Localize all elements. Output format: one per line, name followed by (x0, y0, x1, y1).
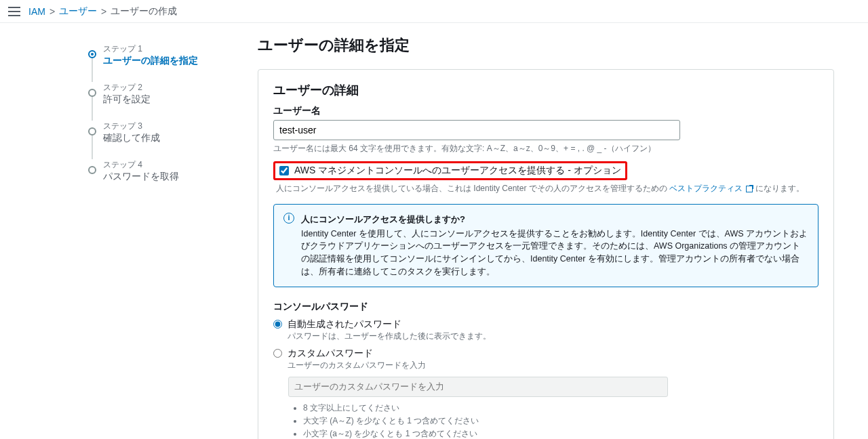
auto-password-radio[interactable] (273, 320, 282, 329)
password-rule: 8 文字以上にしてください (303, 402, 818, 414)
step-indicator-icon (88, 89, 96, 97)
username-help: ユーザー名には最大 64 文字を使用できます。有効な文字: A～Z、a～z、0～… (273, 143, 818, 154)
menu-icon[interactable] (8, 7, 20, 16)
step-4[interactable]: ステップ 4 パスワードを取得 (88, 159, 217, 183)
step-title: 確認して作成 (103, 132, 217, 144)
step-indicator-icon (88, 127, 96, 135)
chevron-right-icon: > (101, 6, 106, 17)
wizard-stepper: ステップ 1 ユーザーの詳細を指定 ステップ 2 許可を設定 ステップ 3 確認… (88, 35, 217, 439)
custom-password-option[interactable]: カスタムパスワード ユーザーのカスタムパスワードを入力 (273, 348, 818, 371)
step-2[interactable]: ステップ 2 許可を設定 (88, 82, 217, 106)
info-title: 人にコンソールアクセスを提供しますか? (301, 213, 808, 226)
breadcrumb: IAM > ユーザー > ユーザーの作成 (28, 5, 177, 18)
password-rule: 大文字 (A～Z) を少なくとも 1 つ含めてください (303, 415, 818, 427)
console-access-highlight: AWS マネジメントコンソールへのユーザーアクセスを提供する - オプション (273, 161, 627, 180)
console-password-title: コンソールパスワード (273, 301, 818, 313)
step-title: ユーザーの詳細を指定 (103, 55, 217, 67)
custom-password-input (288, 377, 668, 397)
breadcrumb-iam[interactable]: IAM (28, 6, 45, 17)
password-rules: 8 文字以上にしてください 大文字 (A～Z) を少なくとも 1 つ含めてくださ… (303, 402, 818, 440)
console-access-label: AWS マネジメントコンソールへのユーザーアクセスを提供する - オプション (294, 165, 621, 177)
console-access-help: 人にコンソールアクセスを提供している場合、これは Identity Center… (276, 183, 818, 194)
custom-password-label: カスタムパスワード (288, 348, 426, 360)
step-label: ステップ 1 (103, 43, 217, 55)
step-label: ステップ 4 (103, 159, 217, 171)
username-input[interactable] (273, 120, 680, 140)
step-1[interactable]: ステップ 1 ユーザーの詳細を指定 (88, 43, 217, 67)
step-indicator-icon (88, 50, 96, 58)
password-rule: 小文字 (a～z) を少なくとも 1 つ含めてください (303, 428, 818, 440)
info-icon: i (283, 213, 294, 224)
auto-password-label: 自動生成されたパスワード (288, 318, 491, 331)
breadcrumb-users[interactable]: ユーザー (59, 5, 97, 18)
panel-title: ユーザーの詳細 (273, 82, 818, 98)
info-body: Identity Center を使用して、人にコンソールアクセスを提供すること… (301, 229, 808, 276)
auto-password-option[interactable]: 自動生成されたパスワード パスワードは、ユーザーを作成した後に表示できます。 (273, 318, 818, 342)
custom-password-help: ユーザーのカスタムパスワードを入力 (288, 360, 426, 371)
auto-password-help: パスワードは、ユーザーを作成した後に表示できます。 (288, 331, 491, 342)
top-bar: IAM > ユーザー > ユーザーの作成 (0, 0, 868, 23)
page-title: ユーザーの詳細を指定 (258, 35, 834, 56)
best-practice-link[interactable]: ベストプラクティス (669, 184, 753, 193)
console-access-checkbox[interactable] (279, 166, 289, 175)
username-label: ユーザー名 (273, 105, 818, 117)
user-details-panel: ユーザーの詳細 ユーザー名 ユーザー名には最大 64 文字を使用できます。有効な… (258, 69, 834, 439)
breadcrumb-current: ユーザーの作成 (111, 5, 177, 18)
identity-center-info: i 人にコンソールアクセスを提供しますか? Identity Center を使… (273, 204, 818, 287)
step-title: 許可を設定 (103, 93, 217, 106)
external-link-icon (746, 186, 753, 192)
step-indicator-icon (88, 166, 96, 174)
chevron-right-icon: > (50, 6, 55, 17)
step-3[interactable]: ステップ 3 確認して作成 (88, 121, 217, 144)
step-title: パスワードを取得 (103, 171, 217, 183)
step-label: ステップ 3 (103, 121, 217, 132)
step-label: ステップ 2 (103, 82, 217, 93)
custom-password-radio[interactable] (273, 349, 282, 358)
